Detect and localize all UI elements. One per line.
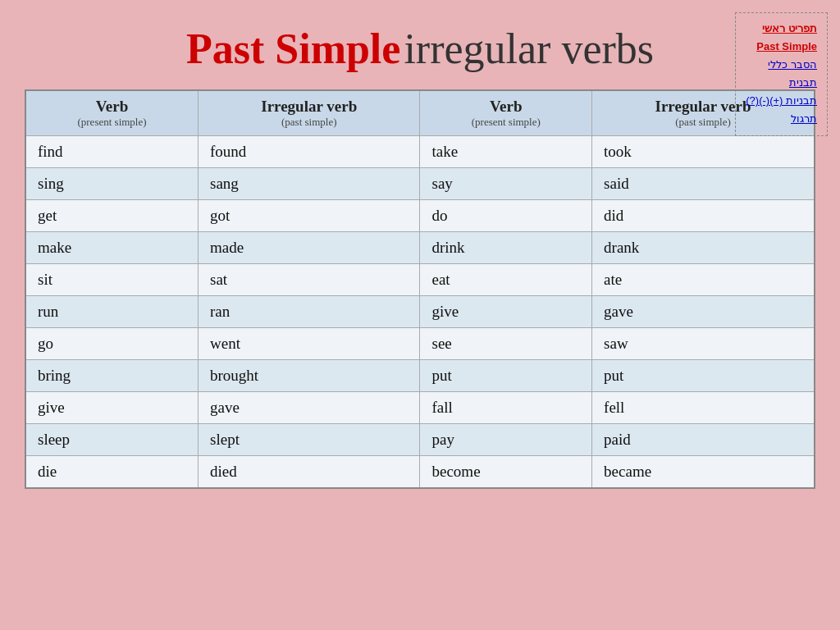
nav-item-practice[interactable]: תרגול: [746, 110, 817, 128]
table-cell: put: [592, 360, 815, 392]
table-cell: give: [25, 392, 199, 424]
table-cell: saw: [592, 328, 815, 360]
table-row: bringbroughtputput: [25, 360, 815, 392]
table-cell: get: [25, 200, 199, 232]
table-cell: put: [420, 360, 592, 392]
table-row: diediedbecomebecame: [25, 456, 815, 489]
table-cell: become: [420, 456, 592, 489]
table-row: gowentseesaw: [25, 328, 815, 360]
table-cell: got: [199, 200, 420, 232]
table-cell: sleep: [25, 424, 199, 456]
table-row: givegavefallfell: [25, 392, 815, 424]
table-cell: find: [25, 136, 199, 168]
table-row: sleepsleptpaypaid: [25, 424, 815, 456]
table-cell: slept: [199, 424, 420, 456]
table-cell: became: [592, 456, 815, 489]
table-row: singsangsaysaid: [25, 168, 815, 200]
table-row: makemadedrinkdrank: [25, 232, 815, 264]
nav-box: תפריט ראשי Past Simple הסבר כללי תבנית ת…: [735, 12, 828, 136]
table-body: findfoundtaketooksingsangsaysaidgetgotdo…: [25, 136, 815, 489]
col-header-irregular1: Irregular verb (past simple): [199, 90, 420, 136]
table-cell: died: [199, 456, 420, 489]
table-cell: drank: [592, 232, 815, 264]
table-container: Verb (present simple) Irregular verb (pa…: [25, 89, 815, 489]
table-cell: sit: [25, 264, 199, 296]
verbs-table: Verb (present simple) Irregular verb (pa…: [25, 89, 815, 489]
nav-item-past-simple[interactable]: Past Simple: [746, 38, 817, 56]
table-cell: die: [25, 456, 199, 489]
table-cell: took: [592, 136, 815, 168]
nav-item-explanation[interactable]: הסבר כללי: [746, 56, 817, 74]
table-cell: drink: [420, 232, 592, 264]
title-area: Past Simple irregular verbs: [16, 25, 824, 73]
table-row: sitsateatate: [25, 264, 815, 296]
table-cell: made: [199, 232, 420, 264]
table-cell: see: [420, 328, 592, 360]
table-cell: brought: [199, 360, 420, 392]
table-cell: gave: [199, 392, 420, 424]
table-cell: say: [420, 168, 592, 200]
nav-item-main[interactable]: תפריט ראשי: [746, 20, 817, 38]
nav-item-structure[interactable]: תבנית: [746, 74, 817, 92]
table-cell: gave: [592, 296, 815, 328]
table-cell: sang: [199, 168, 420, 200]
table-cell: found: [199, 136, 420, 168]
table-row: getgotdodid: [25, 200, 815, 232]
table-cell: went: [199, 328, 420, 360]
col-header-verb2: Verb (present simple): [420, 90, 592, 136]
table-cell: did: [592, 200, 815, 232]
table-cell: paid: [592, 424, 815, 456]
table-cell: eat: [420, 264, 592, 296]
table-cell: make: [25, 232, 199, 264]
table-cell: bring: [25, 360, 199, 392]
table-cell: said: [592, 168, 815, 200]
col-header-verb1: Verb (present simple): [25, 90, 199, 136]
nav-item-structures[interactable]: תבניות (+)(-)(?)‏: [746, 92, 817, 110]
table-cell: do: [420, 200, 592, 232]
table-cell: give: [420, 296, 592, 328]
table-cell: pay: [420, 424, 592, 456]
table-cell: fall: [420, 392, 592, 424]
table-cell: take: [420, 136, 592, 168]
table-cell: ran: [199, 296, 420, 328]
table-row: findfoundtaketook: [25, 136, 815, 168]
table-cell: run: [25, 296, 199, 328]
table-cell: ate: [592, 264, 815, 296]
title-irregular-verbs: irregular verbs: [404, 25, 654, 72]
table-row: runrangivegave: [25, 296, 815, 328]
table-cell: go: [25, 328, 199, 360]
table-header-row: Verb (present simple) Irregular verb (pa…: [25, 90, 815, 136]
page-container: תפריט ראשי Past Simple הסבר כללי תבנית ת…: [0, 0, 840, 630]
table-cell: sat: [199, 264, 420, 296]
table-cell: sing: [25, 168, 199, 200]
table-cell: fell: [592, 392, 815, 424]
title-past-simple: Past Simple: [186, 25, 400, 72]
